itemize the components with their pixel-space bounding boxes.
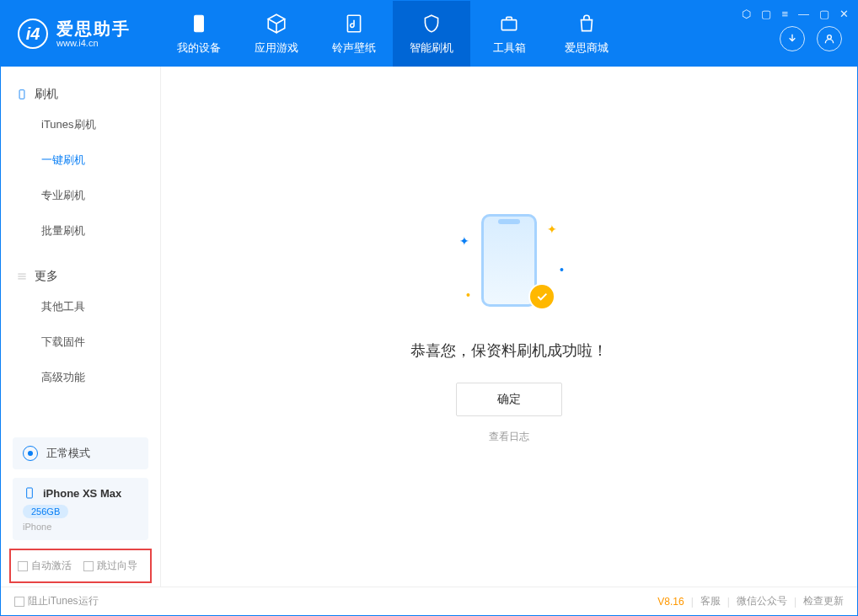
sidebar-item-one-click-flash[interactable]: 一键刷机 bbox=[1, 142, 160, 178]
tab-label: 工具箱 bbox=[493, 40, 526, 56]
shirt-icon[interactable]: ⬡ bbox=[742, 8, 751, 20]
ok-button[interactable]: 确定 bbox=[456, 383, 562, 416]
sidebar-group-flash: 刷机 bbox=[1, 82, 160, 107]
nav-tabs: 我的设备 应用游戏 铃声壁纸 智能刷机 工具箱 爱思商城 bbox=[160, 1, 625, 67]
mode-label: 正常模式 bbox=[46, 446, 90, 461]
tab-apps[interactable]: 应用游戏 bbox=[238, 1, 315, 67]
phone-icon bbox=[23, 486, 36, 500]
success-message: 恭喜您，保资料刷机成功啦！ bbox=[410, 340, 608, 361]
tab-toolbox[interactable]: 工具箱 bbox=[470, 1, 548, 67]
music-file-icon bbox=[342, 12, 366, 35]
app-title: 爱思助手 bbox=[56, 19, 131, 38]
footer-link-update[interactable]: 检查更新 bbox=[803, 594, 844, 608]
feedback-icon[interactable]: ▢ bbox=[761, 8, 771, 20]
tab-store[interactable]: 爱思商城 bbox=[548, 1, 625, 67]
svg-rect-0 bbox=[195, 15, 204, 32]
logo: i4 爱思助手 www.i4.cn bbox=[1, 19, 147, 49]
minimize-button[interactable]: — bbox=[798, 8, 809, 20]
svg-point-3 bbox=[828, 35, 832, 40]
checkbox-skip-wizard[interactable]: 跳过向导 bbox=[83, 559, 137, 573]
svg-rect-2 bbox=[501, 20, 516, 30]
close-button[interactable]: ✕ bbox=[839, 8, 849, 20]
check-icon bbox=[528, 283, 555, 310]
app-header: i4 爱思助手 www.i4.cn 我的设备 应用游戏 铃声壁纸 智能刷机 bbox=[1, 1, 857, 67]
tab-label: 铃声壁纸 bbox=[332, 40, 376, 56]
download-button[interactable] bbox=[780, 26, 805, 51]
bag-icon bbox=[575, 12, 598, 35]
checkbox-label: 跳过向导 bbox=[97, 559, 137, 573]
tab-flash[interactable]: 智能刷机 bbox=[393, 1, 470, 67]
mode-box[interactable]: 正常模式 bbox=[13, 437, 148, 469]
device-name: iPhone XS Max bbox=[43, 487, 121, 500]
sidebar-group-label: 更多 bbox=[35, 269, 58, 284]
footer-link-wechat[interactable]: 微信公众号 bbox=[737, 594, 787, 608]
checkbox-label: 自动激活 bbox=[31, 559, 72, 573]
success-illustration: ✦ ✦ • • bbox=[454, 209, 564, 319]
user-button[interactable] bbox=[817, 26, 842, 51]
version-label: V8.16 bbox=[657, 596, 684, 608]
device-storage: 256GB bbox=[23, 505, 68, 518]
mode-icon bbox=[23, 446, 38, 461]
device-type: iPhone bbox=[23, 522, 138, 532]
phone-icon bbox=[187, 12, 211, 35]
sidebar-group-more: 更多 bbox=[1, 264, 160, 289]
window-controls: ⬡ ▢ ≡ — ▢ ✕ bbox=[742, 8, 849, 20]
sidebar-item-download-firmware[interactable]: 下载固件 bbox=[1, 324, 160, 360]
shield-icon bbox=[420, 12, 443, 35]
list-icon bbox=[16, 271, 28, 282]
footer: 阻止iTunes运行 V8.16 | 客服 | 微信公众号 | 检查更新 bbox=[1, 587, 857, 615]
briefcase-icon bbox=[497, 12, 521, 35]
main-content: ✦ ✦ • • 恭喜您，保资料刷机成功啦！ 确定 查看日志 bbox=[161, 67, 857, 587]
checkbox-auto-activate[interactable]: 自动激活 bbox=[18, 559, 72, 573]
maximize-button[interactable]: ▢ bbox=[819, 8, 829, 20]
svg-rect-5 bbox=[27, 488, 33, 498]
sidebar-item-other-tools[interactable]: 其他工具 bbox=[1, 289, 160, 324]
tab-label: 应用游戏 bbox=[255, 40, 298, 56]
checkbox-block-itunes[interactable]: 阻止iTunes运行 bbox=[14, 594, 99, 608]
tab-my-device[interactable]: 我的设备 bbox=[160, 1, 238, 67]
svg-rect-4 bbox=[19, 90, 24, 99]
tab-label: 我的设备 bbox=[177, 40, 221, 56]
sidebar-item-pro-flash[interactable]: 专业刷机 bbox=[1, 178, 160, 213]
menu-icon[interactable]: ≡ bbox=[781, 8, 788, 20]
footer-link-support[interactable]: 客服 bbox=[700, 594, 721, 608]
tab-label: 智能刷机 bbox=[410, 40, 453, 56]
tab-ringtones[interactable]: 铃声壁纸 bbox=[315, 1, 393, 67]
device-box[interactable]: iPhone XS Max 256GB iPhone bbox=[13, 478, 148, 540]
logo-icon: i4 bbox=[18, 19, 48, 49]
options-row: 自动激活 跳过向导 bbox=[9, 549, 152, 583]
checkbox-label: 阻止iTunes运行 bbox=[28, 594, 99, 608]
cube-icon bbox=[265, 12, 288, 35]
tab-label: 爱思商城 bbox=[565, 40, 609, 56]
sidebar-group-label: 刷机 bbox=[35, 87, 58, 102]
app-url: www.i4.cn bbox=[56, 38, 131, 48]
view-log-link[interactable]: 查看日志 bbox=[489, 430, 529, 444]
sidebar-item-advanced[interactable]: 高级功能 bbox=[1, 360, 160, 395]
sidebar-item-batch-flash[interactable]: 批量刷机 bbox=[1, 213, 160, 249]
sidebar: 刷机 iTunes刷机 一键刷机 专业刷机 批量刷机 更多 其他工具 下载固件 … bbox=[1, 67, 161, 587]
sidebar-item-itunes-flash[interactable]: iTunes刷机 bbox=[1, 107, 160, 142]
device-icon bbox=[16, 88, 28, 100]
